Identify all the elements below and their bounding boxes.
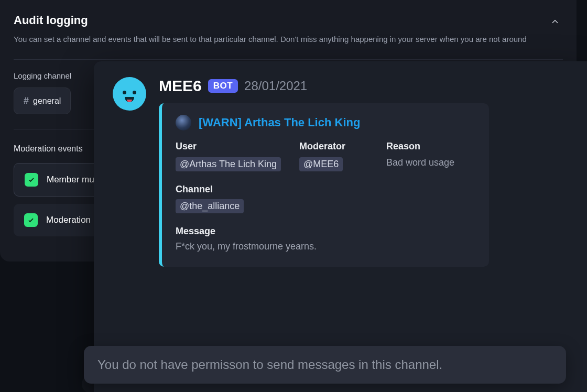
channel-name: general <box>33 96 61 106</box>
channel-mention[interactable]: @the_alliance <box>176 199 244 213</box>
hash-icon: # <box>24 95 29 106</box>
bot-name: MEE6 <box>159 77 202 95</box>
check-icon <box>27 216 35 224</box>
message-body: F*ck you, my frostmourne yearns. <box>176 241 474 252</box>
embed-title: [WARN] Arthas The Lich King <box>199 116 360 129</box>
message-date: 28/01/2021 <box>244 79 307 93</box>
embed-user-avatar <box>176 115 191 130</box>
field-channel-label: Channel <box>176 184 474 195</box>
field-message-label: Message <box>176 226 474 237</box>
user-mention[interactable]: @Arthas The Lich King <box>176 157 281 171</box>
field-user-label: User <box>176 141 291 152</box>
event-label: Moderation <box>46 215 91 225</box>
collapse-button[interactable] <box>547 14 563 29</box>
embed-card: [WARN] Arthas The Lich King User Moderat… <box>159 103 489 267</box>
bot-badge: BOT <box>208 79 238 93</box>
field-reason-label: Reason <box>386 141 474 152</box>
field-moderator-label: Moderator <box>299 141 378 152</box>
moderator-mention[interactable]: @MEE6 <box>299 157 343 171</box>
message-preview-modal: MEE6 BOT 28/01/2021 [WARN] Arthas The Li… <box>94 61 587 392</box>
bot-avatar <box>113 77 146 111</box>
reason-value: Bad word usage <box>386 157 454 168</box>
event-checkbox[interactable] <box>24 213 38 227</box>
panel-subtitle: You can set a channel and events that wi… <box>14 34 527 45</box>
event-label: Member mu <box>47 175 94 185</box>
check-icon <box>28 176 35 183</box>
permission-denied-input: You do not have permisson to send messag… <box>84 346 566 384</box>
panel-title: Audit logging <box>14 14 527 27</box>
event-checkbox[interactable] <box>25 173 38 187</box>
divider <box>14 59 563 60</box>
logging-channel-select[interactable]: # general <box>14 88 71 114</box>
chevron-up-icon <box>550 17 560 26</box>
